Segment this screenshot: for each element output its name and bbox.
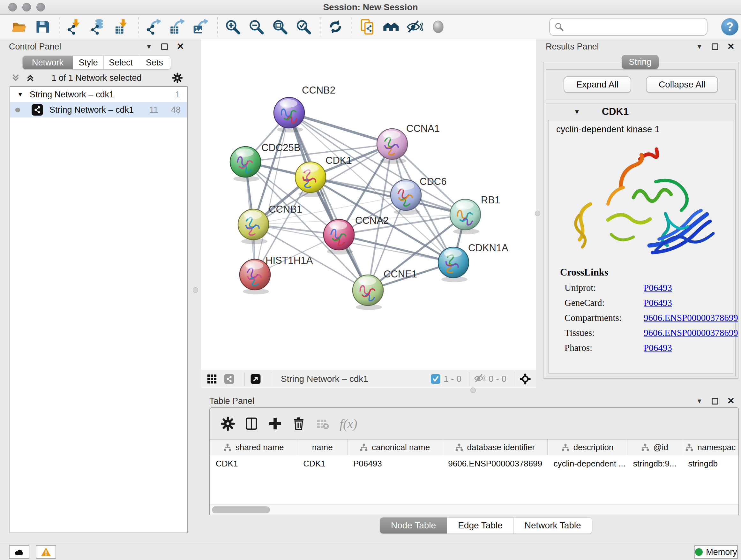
float-panel-icon[interactable]	[712, 398, 718, 405]
memory-label: Memory	[706, 547, 737, 557]
delete-column-button[interactable]	[290, 415, 307, 432]
show-hide-graphics-button[interactable]	[405, 17, 424, 36]
close-panel-icon[interactable]: ✕	[727, 44, 735, 50]
protein-description: cyclin-dependent kinase 1	[556, 124, 660, 134]
panel-menu-icon[interactable]: ▼	[696, 397, 703, 405]
disclosure-triangle-icon[interactable]: ▼	[17, 91, 23, 98]
import-network-from-database-button[interactable]	[89, 17, 107, 36]
scrollbar-thumb[interactable]	[212, 506, 270, 513]
column-header-database-identifier[interactable]: database identifier	[442, 440, 548, 455]
eye-toggle-button[interactable]	[429, 17, 448, 36]
function-builder-button-disabled: f(x)	[340, 416, 357, 431]
collapse-all-chevrons-icon[interactable]	[10, 72, 21, 83]
tab-network[interactable]: Network	[23, 56, 73, 69]
toolbar-separator	[271, 372, 271, 386]
table-settings-button[interactable]	[219, 415, 236, 432]
open-session-button[interactable]	[10, 17, 28, 36]
compartments-link[interactable]: 9606.ENSP00000378699	[644, 313, 738, 323]
string-home-button[interactable]	[382, 17, 400, 36]
clone-network-button[interactable]	[358, 17, 377, 36]
grid-view-button[interactable]	[205, 373, 218, 385]
status-bar: Memory	[0, 543, 741, 560]
network-row-selected[interactable]: String Network – cdk1 11 48	[10, 102, 187, 118]
tab-edge-table[interactable]: Edge Table	[447, 517, 514, 534]
svg-text:CDKN1A: CDKN1A	[468, 242, 509, 253]
zoom-selected-button[interactable]	[294, 17, 313, 36]
collapse-all-button[interactable]: Collapse All	[646, 76, 718, 93]
network-node-CCNB2: CCNB2	[274, 84, 335, 132]
close-panel-icon[interactable]: ✕	[727, 398, 735, 404]
export-image-button[interactable]	[192, 17, 210, 36]
network-node-CCNE1: CCNE1	[353, 268, 417, 310]
panel-menu-icon[interactable]: ▼	[146, 43, 152, 51]
zoom-out-button[interactable]	[247, 17, 266, 36]
import-network-from-file-button[interactable]	[65, 17, 84, 36]
tab-network-table[interactable]: Network Table	[514, 517, 592, 534]
save-session-button[interactable]	[33, 17, 52, 36]
close-panel-icon[interactable]: ✕	[177, 44, 184, 50]
network-view: CCNB2CCNA1CDC25BCDK1CDC6RB1CCNB1CCNA2CDK…	[201, 39, 536, 388]
pharos-link[interactable]: P06493	[644, 343, 672, 353]
warnings-button[interactable]	[36, 545, 56, 559]
column-header-namespace[interactable]: namespac	[682, 440, 738, 455]
left-splitter-handle[interactable]	[193, 287, 198, 293]
tab-string[interactable]: String	[622, 55, 659, 69]
cloud-icon	[14, 547, 24, 557]
apply-layout-button[interactable]	[326, 17, 345, 36]
help-button[interactable]: ?	[721, 18, 738, 36]
uniprot-link[interactable]: P06493	[644, 283, 672, 293]
export-network-button[interactable]	[144, 17, 163, 36]
search-box[interactable]	[549, 18, 708, 36]
create-column-button[interactable]	[267, 415, 283, 432]
export-table-button[interactable]	[168, 17, 186, 36]
open-folder-icon	[10, 18, 27, 35]
pan-crosshair-button[interactable]	[519, 373, 532, 385]
column-header-shared-name[interactable]: shared name	[210, 440, 297, 455]
network-canvas[interactable]: CCNB2CCNA1CDC25BCDK1CDC6RB1CCNB1CCNA2CDK…	[201, 39, 536, 370]
export-image-icon	[192, 18, 209, 35]
expand-all-chevrons-icon[interactable]	[25, 72, 36, 83]
column-header-name[interactable]: name	[297, 440, 347, 455]
save-floppy-icon	[34, 18, 51, 35]
zoom-fit-button[interactable]	[271, 17, 289, 36]
bottom-splitter-handle[interactable]	[470, 388, 476, 393]
svg-text:CCNB2: CCNB2	[302, 84, 335, 96]
column-header-description[interactable]: description	[548, 440, 627, 455]
export-table-icon	[169, 18, 185, 35]
table-row[interactable]: CDK1 CDK1 P06493 9606.ENSP00000378699 cy…	[210, 455, 738, 472]
show-columns-button[interactable]	[243, 415, 260, 432]
network-view-toolbar: String Network – cdk1 1 - 0 0 - 0	[201, 370, 536, 388]
disclosure-triangle-icon[interactable]: ▼	[574, 108, 580, 116]
genecard-link[interactable]: P06493	[644, 298, 672, 308]
search-icon	[554, 22, 564, 32]
expand-all-button[interactable]: Expand All	[563, 76, 631, 93]
search-input[interactable]	[567, 19, 707, 34]
crosslink-row: Compartments: 9606.ENSP00000378699	[560, 313, 738, 323]
hidden-items-icon[interactable]	[474, 373, 485, 385]
tab-select[interactable]: Select	[104, 56, 138, 69]
tab-node-table[interactable]: Node Table	[380, 517, 447, 534]
birdseye-view-button[interactable]	[249, 373, 262, 385]
results-panel: Results Panel ▼ ✕ String Expand All Coll…	[539, 39, 741, 393]
protein-section-header[interactable]: ▼ CDK1	[546, 104, 735, 120]
memory-button[interactable]: Memory	[694, 545, 738, 559]
selected-nodes-checkbox[interactable]	[431, 374, 441, 384]
float-panel-icon[interactable]	[712, 44, 718, 50]
cloud-status-button[interactable]	[9, 545, 29, 559]
column-header-canonical-name[interactable]: canonical name	[347, 440, 442, 455]
tab-sets[interactable]: Sets	[138, 56, 171, 69]
svg-text:CCNA2: CCNA2	[355, 215, 389, 226]
zoom-in-button[interactable]	[223, 17, 242, 36]
network-options-gear-icon[interactable]	[172, 72, 183, 83]
column-header-id[interactable]: @id	[627, 440, 683, 455]
import-table-from-file-button[interactable]	[112, 17, 131, 36]
panel-menu-icon[interactable]: ▼	[696, 43, 703, 51]
float-panel-icon[interactable]	[161, 44, 168, 50]
tab-style[interactable]: Style	[73, 56, 104, 69]
network-collection-row[interactable]: ▼ String Network – cdk1 1	[10, 87, 187, 102]
tissues-link[interactable]: 9606.ENSP00000378699	[644, 327, 738, 338]
table-horizontal-scrollbar[interactable]	[210, 504, 738, 515]
toolbar-separator	[469, 372, 469, 386]
network-share-view-button[interactable]	[223, 373, 235, 385]
right-splitter-handle[interactable]	[535, 211, 540, 216]
